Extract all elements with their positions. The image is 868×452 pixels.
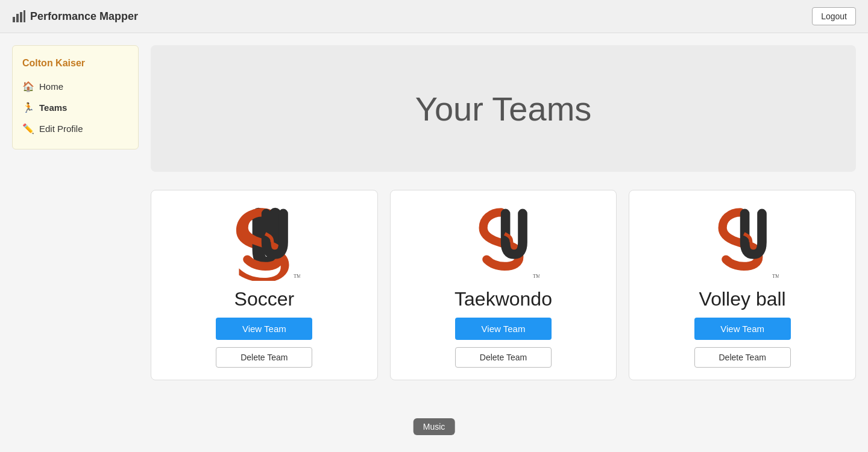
team-name-soccer: Soccer	[234, 288, 295, 310]
view-team-button-taekwondo[interactable]: View Team	[455, 318, 552, 340]
view-team-button-soccer[interactable]: View Team	[216, 318, 312, 340]
main-content: Your Teams	[151, 45, 856, 440]
running-icon: 🏃	[22, 102, 34, 113]
delete-team-button-taekwondo[interactable]: Delete Team	[455, 347, 552, 368]
sidebar-item-edit-profile[interactable]: ✏️ Edit Profile	[13, 118, 138, 139]
sidebar-edit-label: Edit Profile	[39, 124, 83, 134]
svg-rect-3	[24, 10, 25, 22]
su-logo-volleyball: TM	[706, 202, 779, 281]
delete-team-button-soccer[interactable]: Delete Team	[216, 347, 312, 368]
svg-text:TM: TM	[294, 274, 300, 279]
su-logo-taekwondo: TM	[467, 202, 539, 281]
svg-rect-1	[16, 14, 19, 22]
sidebar-item-home[interactable]: 🏠 Home	[13, 76, 138, 97]
bar-chart-icon	[12, 10, 25, 23]
app-brand: Performance Mapper	[12, 10, 138, 23]
sidebar-teams-label: Teams	[39, 102, 67, 113]
svg-text:TM: TM	[533, 274, 539, 279]
home-icon: 🏠	[22, 81, 34, 92]
view-team-button-volleyball[interactable]: View Team	[694, 318, 791, 340]
team-card-taekwondo: TM Taekwondo View Team Delete Team	[390, 190, 617, 380]
svg-rect-2	[20, 12, 22, 22]
sidebar-home-label: Home	[39, 81, 63, 92]
app-header: Performance Mapper Logout	[0, 0, 868, 33]
sidebar-username: Colton Kaiser	[13, 55, 138, 76]
team-name-volleyball: Volley ball	[699, 288, 786, 310]
logout-button[interactable]: Logout	[812, 7, 856, 25]
svg-text:TM: TM	[772, 274, 779, 279]
hero-banner: Your Teams	[151, 45, 856, 172]
edit-icon: ✏️	[22, 123, 34, 134]
team-card-soccer: TM Soccer View Team Delete Team	[151, 190, 378, 380]
sidebar: Colton Kaiser 🏠 Home 🏃 Teams ✏️ Edit Pro…	[12, 45, 139, 149]
page-layout: Colton Kaiser 🏠 Home 🏃 Teams ✏️ Edit Pro…	[0, 33, 868, 452]
brand-title: Performance Mapper	[30, 10, 138, 23]
hero-title: Your Teams	[415, 89, 592, 128]
svg-rect-0	[13, 17, 15, 22]
sidebar-item-teams[interactable]: 🏃 Teams	[13, 97, 138, 118]
su-logo-soccer: TM	[228, 202, 300, 281]
delete-team-button-volleyball[interactable]: Delete Team	[694, 347, 791, 368]
team-card-volleyball: TM Volley ball View Team Delete Team	[629, 190, 856, 380]
teams-grid: TM Soccer View Team Delete Team TM	[151, 190, 856, 380]
team-name-taekwondo: Taekwondo	[454, 288, 552, 310]
